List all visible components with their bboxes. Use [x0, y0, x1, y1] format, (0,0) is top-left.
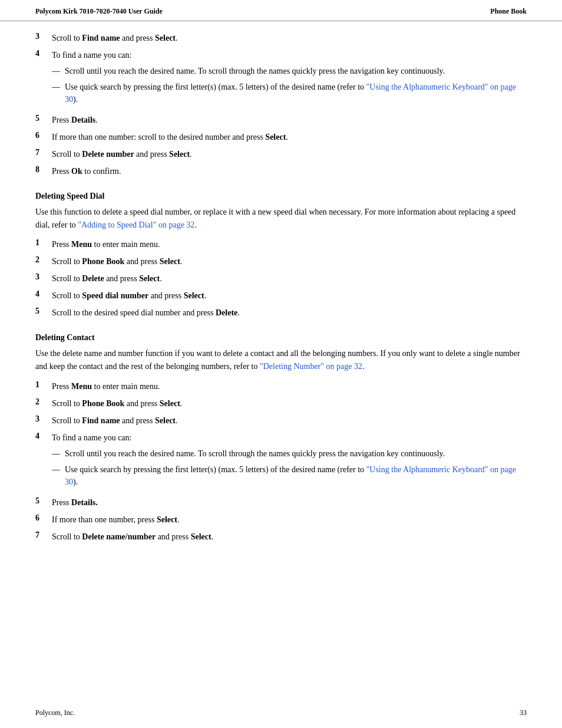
step-item: 2 Scroll to Phone Book and press Select. — [35, 255, 527, 268]
dash: — — [52, 65, 65, 77]
bold-select: Select — [184, 291, 204, 300]
bold-select: Select — [155, 416, 176, 425]
step-number: 3 — [35, 32, 52, 41]
speed-dial-steps-list: 1 Press Menu to enter main menu. 2 Scrol… — [35, 238, 527, 319]
dash: — — [52, 447, 65, 460]
step-number: 4 — [35, 431, 52, 441]
step-item: 5 Press Details. — [35, 496, 527, 509]
bold-menu: Menu — [71, 382, 92, 391]
bold-menu: Menu — [71, 240, 92, 249]
bold-select: Select — [160, 399, 180, 408]
step-content: Press Ok to confirm. — [52, 165, 527, 177]
sub-content: Scroll until you reach the desired name.… — [65, 447, 527, 460]
bold-select: Select — [155, 34, 176, 42]
step-content: Scroll to Phone Book and press Select. — [52, 397, 527, 410]
step-content: Scroll to Speed dial number and press Se… — [52, 289, 527, 302]
bold-select: Select — [169, 150, 190, 159]
bold-select: Select — [160, 257, 180, 266]
alphanumeric-link-2[interactable]: "Using the Alphanumeric Keyboard" on pag… — [65, 465, 516, 486]
bold-phone-book: Phone Book — [82, 257, 124, 266]
step-number: 5 — [35, 307, 52, 316]
bold-select: Select — [191, 532, 211, 541]
sub-list: — Scroll until you reach the desired nam… — [52, 447, 527, 488]
step-content: Scroll to Delete and press Select. — [52, 272, 527, 285]
bold-delete: Delete — [82, 274, 104, 283]
step-content: To find a name you can: — Scroll until y… — [52, 431, 527, 492]
bold-delete-number: Delete number — [82, 150, 134, 159]
header-title-left: Polycom Kirk 7010-7020-7040 User Guide — [35, 7, 163, 16]
bold-delete-name-number: Delete name/number — [82, 532, 156, 541]
step-content: Scroll to Phone Book and press Select. — [52, 255, 527, 268]
step-item: 1 Press Menu to enter main menu. — [35, 380, 527, 393]
step-item: 3 Scroll to Delete and press Select. — [35, 272, 527, 285]
step-content: Press Details. — [52, 114, 527, 126]
step-item: 5 Press Details. — [35, 114, 527, 126]
step-item: 6 If more than one number, press Select. — [35, 513, 527, 526]
step-item: 4 To find a name you can: — Scroll until… — [35, 431, 527, 492]
sub-item: — Use quick search by pressing the first… — [52, 463, 527, 488]
deleting-number-link[interactable]: "Deleting Number" on page 32 — [260, 362, 362, 371]
step-item: 8 Press Ok to confirm. — [35, 165, 527, 177]
bold-select: Select — [139, 274, 160, 283]
bold-find-name: Find name — [82, 416, 120, 425]
step-number: 5 — [35, 496, 52, 506]
bold-select: Select — [265, 133, 286, 141]
step-content: Press Details. — [52, 496, 527, 509]
bold-details: Details — [71, 116, 95, 124]
section-heading-speed-dial: Deleting Speed Dial — [35, 192, 527, 201]
step-content: To find a name you can: — Scroll until y… — [52, 49, 527, 109]
step-item: 4 Scroll to Speed dial number and press … — [35, 289, 527, 302]
step-number: 1 — [35, 380, 52, 390]
step-content: Scroll to the desired speed dial number … — [52, 307, 527, 319]
step-number: 7 — [35, 148, 52, 157]
step-item: 4 To find a name you can: — Scroll until… — [35, 49, 527, 109]
step-content: Press Menu to enter main menu. — [52, 238, 527, 251]
step-number: 2 — [35, 397, 52, 407]
sub-item: — Use quick search by pressing the first… — [52, 81, 527, 106]
step-number: 3 — [35, 272, 52, 282]
step-item: 5 Scroll to the desired speed dial numbe… — [35, 307, 527, 319]
step-item: 6 If more than one number: scroll to the… — [35, 131, 527, 143]
page-content: 3 Scroll to Find name and press Select. … — [0, 21, 562, 571]
header-title-right: Phone Book — [490, 7, 527, 16]
step-number: 8 — [35, 165, 52, 174]
step-number: 1 — [35, 238, 52, 248]
step-item: 2 Scroll to Phone Book and press Select. — [35, 397, 527, 410]
step-number: 5 — [35, 114, 52, 123]
step-number: 6 — [35, 513, 52, 523]
alphanumeric-link[interactable]: "Using the Alphanumeric Keyboard" on pag… — [65, 83, 516, 104]
section-para-speed-dial: Use this function to delete a speed dial… — [35, 206, 527, 231]
sub-item: — Scroll until you reach the desired nam… — [52, 65, 527, 77]
bold-delete: Delete — [216, 308, 237, 317]
top-steps-list: 3 Scroll to Find name and press Select. … — [35, 32, 527, 177]
step-number: 4 — [35, 289, 52, 299]
sub-content: Scroll until you reach the desired name.… — [65, 65, 527, 77]
bold-find-name: Find name — [82, 34, 120, 42]
step-content: Scroll to Delete number and press Select… — [52, 148, 527, 160]
bold-details: Details. — [71, 498, 98, 507]
page: Polycom Kirk 7010-7020-7040 User Guide P… — [0, 0, 562, 728]
step-item: 7 Scroll to Delete number and press Sele… — [35, 148, 527, 160]
step-number: 6 — [35, 131, 52, 140]
step-item: 7 Scroll to Delete name/number and press… — [35, 531, 527, 543]
sub-list: — Scroll until you reach the desired nam… — [52, 65, 527, 106]
dash: — — [52, 81, 65, 93]
bold-phone-book: Phone Book — [82, 399, 124, 408]
bold-ok: Ok — [71, 167, 82, 176]
step-content: Scroll to Find name and press Select. — [52, 32, 527, 44]
page-header: Polycom Kirk 7010-7020-7040 User Guide P… — [0, 0, 562, 21]
contact-steps-list: 1 Press Menu to enter main menu. 2 Scrol… — [35, 380, 527, 543]
step-content: Press Menu to enter main menu. — [52, 380, 527, 393]
step-content: Scroll to Find name and press Select. — [52, 414, 527, 427]
page-footer: Polycom, Inc. 33 — [35, 709, 527, 717]
step-content: Scroll to Delete name/number and press S… — [52, 531, 527, 543]
adding-speed-dial-link[interactable]: "Adding to Speed Dial" on page 32 — [78, 220, 194, 229]
sub-content: Use quick search by pressing the first l… — [65, 81, 527, 106]
section-para-contact: Use the delete name and number function … — [35, 347, 527, 373]
dash: — — [52, 463, 65, 476]
footer-company: Polycom, Inc. — [35, 709, 75, 717]
bold-select: Select — [157, 515, 177, 524]
sub-content: Use quick search by pressing the first l… — [65, 463, 527, 488]
section-heading-contact: Deleting Contact — [35, 333, 527, 342]
step-number: 3 — [35, 414, 52, 424]
